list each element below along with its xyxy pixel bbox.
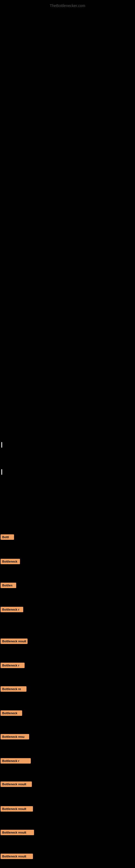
list-item[interactable]: Bottl	[1, 534, 14, 541]
list-item[interactable]: Bottleneck result	[1, 781, 32, 788]
list-item[interactable]: Bottleneck result	[1, 830, 34, 836]
list-item[interactable]: Bottleneck resu	[1, 734, 29, 741]
cursor-bar-1	[1, 442, 2, 447]
list-item[interactable]: Bottlen	[1, 583, 16, 589]
bottleneck-result-badge: Bottleneck r	[1, 607, 23, 612]
list-item[interactable]: Bottleneck r	[1, 758, 31, 765]
bottleneck-result-badge: Bottleneck	[1, 710, 22, 716]
site-title: TheBottlenecker.com	[0, 1, 135, 10]
bottleneck-result-badge: Bottleneck result	[1, 854, 33, 859]
bottleneck-result-badge: Bottleneck	[1, 559, 20, 564]
list-item[interactable]: Bottleneck re	[1, 686, 27, 693]
bottleneck-result-badge: Bottleneck r	[1, 663, 25, 668]
list-item[interactable]: Bottleneck r	[1, 607, 23, 613]
bottleneck-result-badge: Bottleneck re	[1, 686, 27, 692]
list-item[interactable]: Bottleneck result	[1, 854, 33, 860]
bottleneck-result-badge: Bottlen	[1, 583, 16, 588]
bottleneck-result-badge: Bottleneck r	[1, 758, 31, 764]
bottleneck-result-badge: Bottleneck result	[1, 806, 33, 812]
list-item[interactable]: Bottleneck	[1, 559, 20, 565]
bottleneck-result-badge: Bottleneck result	[1, 781, 32, 787]
list-item[interactable]: Bottleneck	[1, 710, 22, 717]
bottleneck-result-badge: Bottleneck resu	[1, 734, 29, 739]
bottleneck-result-badge: Bottleneck result	[1, 639, 28, 644]
list-item[interactable]: Bottleneck result	[1, 639, 28, 645]
bottleneck-result-badge: Bottl	[1, 534, 14, 540]
bottleneck-result-badge: Bottleneck result	[1, 830, 34, 835]
list-item[interactable]: Bottleneck r	[1, 663, 25, 669]
cursor-bar-2	[1, 469, 2, 475]
list-item[interactable]: Bottleneck result	[1, 806, 33, 813]
